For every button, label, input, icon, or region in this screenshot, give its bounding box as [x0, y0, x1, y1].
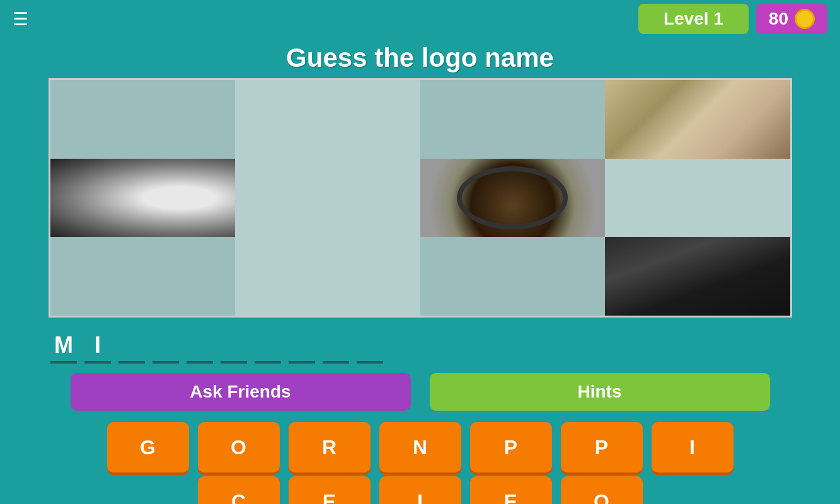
- letter-btn-O[interactable]: O: [198, 422, 280, 472]
- puzzle-tile-9: [235, 237, 420, 316]
- answer-slot-5[interactable]: [221, 332, 247, 364]
- puzzle-tile-11: [605, 237, 790, 316]
- keyboard-row-2: C E I E O: [0, 476, 840, 504]
- puzzle-tile-6: [420, 159, 606, 238]
- level-badge: Level 1: [638, 4, 749, 34]
- letter-btn-G[interactable]: G: [107, 422, 189, 472]
- answer-slot-4[interactable]: [187, 332, 213, 364]
- letter-btn-P1[interactable]: P: [470, 422, 552, 472]
- ask-friends-button[interactable]: Ask Friends: [71, 373, 411, 411]
- coins-value: 80: [769, 9, 788, 29]
- letter-btn-O2[interactable]: O: [561, 476, 643, 504]
- puzzle-tile-3: [605, 80, 790, 159]
- hints-button[interactable]: Hints: [430, 373, 770, 411]
- answer-slot-1[interactable]: I: [84, 332, 111, 364]
- letter-btn-E2[interactable]: E: [470, 476, 552, 504]
- answer-slot-9[interactable]: [357, 332, 383, 364]
- answer-slot-8[interactable]: [323, 332, 349, 364]
- action-buttons: Ask Friends Hints: [0, 373, 840, 411]
- answer-slot-2[interactable]: [118, 332, 145, 364]
- letter-btn-E1[interactable]: E: [289, 476, 371, 504]
- header: ☰ Level 1 80: [0, 0, 840, 38]
- answer-slot-0[interactable]: M: [50, 332, 77, 364]
- letter-btn-I1[interactable]: I: [652, 422, 734, 472]
- puzzle-tile-8: [50, 237, 236, 316]
- answer-slot-7[interactable]: [289, 332, 315, 364]
- letter-btn-N[interactable]: N: [379, 422, 461, 472]
- letter-btn-R[interactable]: R: [289, 422, 371, 472]
- puzzle-tile-7: [605, 159, 790, 238]
- menu-icon[interactable]: ☰: [13, 9, 28, 30]
- answer-slot-3[interactable]: [152, 332, 179, 364]
- game-title: Guess the logo name: [0, 43, 840, 73]
- puzzle-tile-2: [420, 80, 606, 159]
- letter-btn-I2[interactable]: I: [379, 476, 461, 504]
- puzzle-grid: [49, 78, 792, 318]
- letter-btn-P2[interactable]: P: [561, 422, 643, 472]
- answer-slot-6[interactable]: [255, 332, 281, 364]
- coins-badge: 80: [756, 4, 827, 34]
- letter-btn-C[interactable]: C: [198, 476, 280, 504]
- puzzle-tile-0: [50, 80, 236, 159]
- coin-icon: [795, 9, 815, 29]
- puzzle-tile-1: [235, 80, 420, 159]
- puzzle-tile-4: [50, 159, 236, 238]
- keyboard-row-1: G O R N P P I: [0, 422, 840, 472]
- puzzle-tile-10: [420, 237, 606, 316]
- answer-area: M I: [0, 323, 840, 373]
- puzzle-tile-5: [235, 159, 420, 238]
